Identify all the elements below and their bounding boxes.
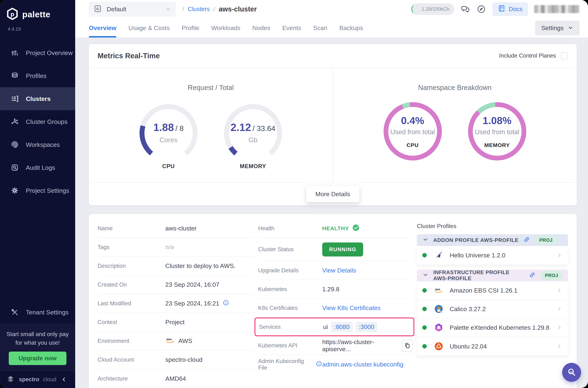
docs-label: Docs: [509, 6, 522, 13]
sidebar-item-workspaces[interactable]: Workspaces: [0, 133, 75, 156]
settings-button[interactable]: Settings: [535, 21, 580, 35]
chevron-right-icon: [556, 324, 563, 331]
kubeconfig-download-link[interactable]: admin.aws-cluster.kubeconfig: [322, 361, 403, 368]
addon-profile-header[interactable]: ADDON PROFILE AWS-PROFILE PROJ: [417, 234, 568, 246]
memory-used-value: 2.12: [230, 121, 251, 133]
cluster-profiles-heading: Cluster Profiles: [417, 223, 568, 230]
svg-text:p: p: [10, 11, 14, 18]
brand-logo[interactable]: p palette: [0, 0, 75, 21]
cluster-tabs: Overview Usage & Costs Profile Workloads…: [75, 18, 588, 38]
sidebar-item-clusters[interactable]: Clusters: [0, 87, 75, 110]
topbar-actions: 1.29/100kCh Docs: [411, 2, 580, 16]
copy-button[interactable]: [402, 340, 413, 352]
detail-row-name: Name aws-cluster: [98, 219, 254, 238]
tab-overview[interactable]: Overview: [89, 18, 116, 38]
audit-search-icon: [10, 163, 19, 172]
profile-layer-hello-universe[interactable]: Hello Universe 1.2.0: [417, 246, 568, 265]
breadcrumb: / Clusters / aws-cluster: [182, 5, 257, 13]
view-k8s-certificates-link[interactable]: View K8s Certificates: [322, 304, 381, 312]
sidebar-item-label: Clusters: [26, 95, 51, 102]
memory-gauge-label: MEMORY: [224, 163, 282, 170]
scope-badge: PROJ: [541, 271, 563, 280]
request-total-panel: Request / Total 1.88/ 8 Cores CPU: [89, 68, 333, 182]
gear-icon: [10, 186, 19, 195]
service-port-link[interactable]: :3000: [356, 322, 377, 332]
include-control-planes-checkbox[interactable]: [561, 52, 568, 59]
tab-events[interactable]: Events: [282, 18, 301, 38]
user-name-redacted[interactable]: [534, 5, 580, 13]
link-icon[interactable]: [523, 236, 530, 244]
profile-group-title: ADDON PROFILE AWS-PROFILE: [433, 237, 519, 243]
ubuntu-icon: [434, 341, 443, 351]
usage-quota-value: 1.29/100kCh: [422, 6, 450, 12]
detail-row-last-modified: Last Modified 23 Sep 2024, 16:21: [98, 294, 254, 313]
info-icon[interactable]: [316, 361, 322, 368]
profile-layer-ubuntu[interactable]: Ubuntu 22.04: [417, 337, 568, 356]
sidebar-item-cluster-groups[interactable]: Cluster Groups: [0, 110, 75, 133]
cpu-gauge-label: CPU: [139, 163, 198, 170]
sidebar-item-tenant-settings[interactable]: Tenant Settings: [0, 301, 75, 323]
detail-row-upgrade-details: Upgrade Details View Details: [258, 261, 413, 280]
infrastructure-profile-header[interactable]: INFRASTRUCTURE PROFILE AWS-PROFILE PROJ: [417, 270, 568, 281]
compass-icon[interactable]: [476, 4, 486, 14]
include-control-planes[interactable]: Include Control Planes: [499, 52, 568, 59]
tab-workloads[interactable]: Workloads: [211, 18, 240, 38]
support-search-fab[interactable]: [562, 363, 581, 382]
breadcrumb-clusters-link[interactable]: Clusters: [188, 6, 210, 13]
tab-backups[interactable]: Backups: [339, 18, 363, 38]
content-area: Metrics Real-Time Include Control Planes…: [75, 38, 588, 388]
tab-scan[interactable]: Scan: [313, 18, 327, 38]
chevron-right-icon: [556, 252, 563, 258]
tab-profile[interactable]: Profile: [182, 18, 199, 38]
sidebar-item-project-overview[interactable]: Project Overview: [0, 41, 75, 64]
book-icon: [498, 4, 505, 14]
chevron-right-icon: [556, 287, 563, 293]
tab-nodes[interactable]: Nodes: [252, 18, 270, 38]
details-left-column: Name aws-cluster Tags n/a Description Cl…: [98, 219, 254, 388]
status-dot: [422, 253, 427, 257]
cpu-percent: 0.4%: [401, 115, 424, 126]
cpu-percent-caption: Used from total: [390, 128, 435, 136]
view-details-link[interactable]: View Details: [322, 267, 356, 274]
usage-quota-pill[interactable]: 1.29/100kCh: [411, 3, 454, 15]
service-port-link[interactable]: :8080: [331, 322, 352, 332]
sidebar-item-project-settings[interactable]: Project Settings: [0, 179, 75, 202]
sidebar-item-profiles[interactable]: Profiles: [0, 64, 75, 87]
tab-usage-costs[interactable]: Usage & Costs: [128, 18, 170, 38]
chevron-down-icon: [422, 272, 429, 279]
orbit-icon: [10, 140, 19, 149]
detail-row-k8s-certificates: K8s Certificates View K8s Certificates: [258, 299, 413, 317]
cpu-used-value: 1.88: [153, 121, 174, 133]
profile-layer-calico[interactable]: Calico 3.27.2: [417, 300, 568, 318]
collapse-sidebar-icon[interactable]: [61, 376, 67, 383]
magnifier-smile-icon: [566, 367, 577, 377]
info-icon[interactable]: [223, 299, 229, 308]
brand-footer-secondary: cloud: [43, 376, 56, 383]
status-dot: [422, 325, 427, 330]
status-badge: RUNNING: [322, 242, 363, 256]
panel-title: Request / Total: [188, 84, 234, 92]
scope-badge: PROJ: [535, 236, 557, 245]
sidebar-item-audit-logs[interactable]: Audit Logs: [0, 156, 75, 179]
more-details-button[interactable]: More Details: [306, 186, 360, 202]
cpu-unit: Cores: [139, 136, 198, 144]
api-endpoint: https://aws-cluster-apiserve...: [322, 339, 397, 353]
detail-row-kubernetes-api: Kubernetes API https://aws-cluster-apise…: [258, 336, 413, 355]
profile-layer-palette-extended-kubernetes[interactable]: Palette eXtended Kubernetes 1.29.8: [417, 318, 568, 337]
hello-universe-icon: [434, 250, 443, 260]
link-icon[interactable]: [529, 271, 536, 280]
detail-row-context: Context Project: [98, 313, 254, 332]
chat-icon[interactable]: [460, 4, 470, 14]
project-selector[interactable]: Default: [89, 2, 176, 17]
detail-row-description: Description Cluster to deploy to AWS.: [98, 257, 254, 275]
upgrade-now-button[interactable]: Upgrade now: [9, 352, 67, 365]
profile-layer-amazon-ebs-csi[interactable]: aws Amazon EBS CSI 1.26.1: [417, 281, 568, 300]
pxk-icon: [434, 323, 443, 332]
detail-row-health: Health HEALTHY: [258, 219, 413, 238]
detail-row-services-highlighted: Services ui :8080 :3000: [254, 317, 414, 336]
svg-text:aws: aws: [166, 338, 172, 341]
health-status: HEALTHY: [322, 225, 349, 232]
docs-button[interactable]: Docs: [492, 2, 528, 16]
sidebar-item-label: Profiles: [26, 72, 46, 79]
service-name: ui: [323, 323, 328, 330]
